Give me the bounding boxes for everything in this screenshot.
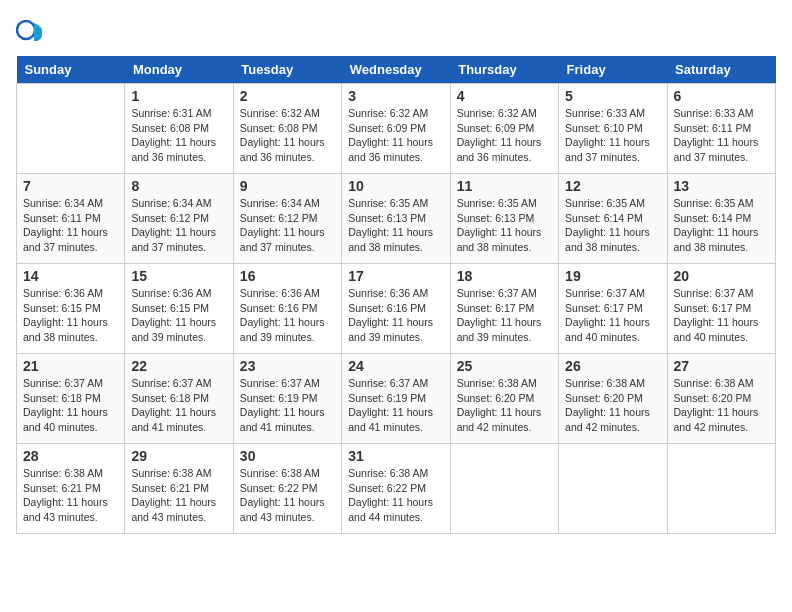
cell-content: Sunrise: 6:35 AMSunset: 6:13 PMDaylight:… <box>348 196 443 255</box>
day-number: 23 <box>240 358 335 374</box>
cell-content: Sunrise: 6:37 AMSunset: 6:18 PMDaylight:… <box>131 376 226 435</box>
calendar-cell: 11Sunrise: 6:35 AMSunset: 6:13 PMDayligh… <box>450 174 558 264</box>
calendar-cell: 27Sunrise: 6:38 AMSunset: 6:20 PMDayligh… <box>667 354 775 444</box>
day-number: 6 <box>674 88 769 104</box>
calendar-cell: 20Sunrise: 6:37 AMSunset: 6:17 PMDayligh… <box>667 264 775 354</box>
cell-content: Sunrise: 6:37 AMSunset: 6:19 PMDaylight:… <box>240 376 335 435</box>
calendar-cell <box>559 444 667 534</box>
calendar-cell: 16Sunrise: 6:36 AMSunset: 6:16 PMDayligh… <box>233 264 341 354</box>
header-tuesday: Tuesday <box>233 56 341 84</box>
calendar-cell: 22Sunrise: 6:37 AMSunset: 6:18 PMDayligh… <box>125 354 233 444</box>
calendar-header-row: SundayMondayTuesdayWednesdayThursdayFrid… <box>17 56 776 84</box>
calendar-cell: 12Sunrise: 6:35 AMSunset: 6:14 PMDayligh… <box>559 174 667 264</box>
day-number: 29 <box>131 448 226 464</box>
day-number: 30 <box>240 448 335 464</box>
calendar-week-row: 7Sunrise: 6:34 AMSunset: 6:11 PMDaylight… <box>17 174 776 264</box>
calendar-week-row: 1Sunrise: 6:31 AMSunset: 6:08 PMDaylight… <box>17 84 776 174</box>
header-wednesday: Wednesday <box>342 56 450 84</box>
cell-content: Sunrise: 6:36 AMSunset: 6:15 PMDaylight:… <box>131 286 226 345</box>
calendar-cell: 6Sunrise: 6:33 AMSunset: 6:11 PMDaylight… <box>667 84 775 174</box>
day-number: 25 <box>457 358 552 374</box>
cell-content: Sunrise: 6:32 AMSunset: 6:08 PMDaylight:… <box>240 106 335 165</box>
cell-content: Sunrise: 6:36 AMSunset: 6:16 PMDaylight:… <box>348 286 443 345</box>
calendar-cell: 8Sunrise: 6:34 AMSunset: 6:12 PMDaylight… <box>125 174 233 264</box>
calendar-cell: 9Sunrise: 6:34 AMSunset: 6:12 PMDaylight… <box>233 174 341 264</box>
day-number: 14 <box>23 268 118 284</box>
cell-content: Sunrise: 6:32 AMSunset: 6:09 PMDaylight:… <box>457 106 552 165</box>
calendar-cell <box>450 444 558 534</box>
day-number: 20 <box>674 268 769 284</box>
calendar-cell: 30Sunrise: 6:38 AMSunset: 6:22 PMDayligh… <box>233 444 341 534</box>
calendar-cell: 24Sunrise: 6:37 AMSunset: 6:19 PMDayligh… <box>342 354 450 444</box>
logo <box>16 16 48 44</box>
cell-content: Sunrise: 6:38 AMSunset: 6:20 PMDaylight:… <box>674 376 769 435</box>
calendar-cell: 29Sunrise: 6:38 AMSunset: 6:21 PMDayligh… <box>125 444 233 534</box>
cell-content: Sunrise: 6:38 AMSunset: 6:22 PMDaylight:… <box>348 466 443 525</box>
calendar-cell: 23Sunrise: 6:37 AMSunset: 6:19 PMDayligh… <box>233 354 341 444</box>
calendar-cell: 1Sunrise: 6:31 AMSunset: 6:08 PMDaylight… <box>125 84 233 174</box>
logo-icon <box>16 16 44 44</box>
day-number: 24 <box>348 358 443 374</box>
calendar-cell: 21Sunrise: 6:37 AMSunset: 6:18 PMDayligh… <box>17 354 125 444</box>
day-number: 10 <box>348 178 443 194</box>
calendar-cell: 13Sunrise: 6:35 AMSunset: 6:14 PMDayligh… <box>667 174 775 264</box>
calendar-cell: 28Sunrise: 6:38 AMSunset: 6:21 PMDayligh… <box>17 444 125 534</box>
day-number: 27 <box>674 358 769 374</box>
cell-content: Sunrise: 6:37 AMSunset: 6:17 PMDaylight:… <box>457 286 552 345</box>
cell-content: Sunrise: 6:37 AMSunset: 6:17 PMDaylight:… <box>565 286 660 345</box>
day-number: 3 <box>348 88 443 104</box>
calendar-cell: 14Sunrise: 6:36 AMSunset: 6:15 PMDayligh… <box>17 264 125 354</box>
cell-content: Sunrise: 6:38 AMSunset: 6:21 PMDaylight:… <box>23 466 118 525</box>
calendar-cell: 18Sunrise: 6:37 AMSunset: 6:17 PMDayligh… <box>450 264 558 354</box>
calendar-cell: 5Sunrise: 6:33 AMSunset: 6:10 PMDaylight… <box>559 84 667 174</box>
calendar-cell: 2Sunrise: 6:32 AMSunset: 6:08 PMDaylight… <box>233 84 341 174</box>
cell-content: Sunrise: 6:38 AMSunset: 6:20 PMDaylight:… <box>565 376 660 435</box>
day-number: 17 <box>348 268 443 284</box>
day-number: 9 <box>240 178 335 194</box>
calendar-cell: 31Sunrise: 6:38 AMSunset: 6:22 PMDayligh… <box>342 444 450 534</box>
day-number: 4 <box>457 88 552 104</box>
cell-content: Sunrise: 6:34 AMSunset: 6:12 PMDaylight:… <box>240 196 335 255</box>
cell-content: Sunrise: 6:35 AMSunset: 6:14 PMDaylight:… <box>565 196 660 255</box>
header-monday: Monday <box>125 56 233 84</box>
day-number: 12 <box>565 178 660 194</box>
calendar-cell: 26Sunrise: 6:38 AMSunset: 6:20 PMDayligh… <box>559 354 667 444</box>
calendar-cell: 25Sunrise: 6:38 AMSunset: 6:20 PMDayligh… <box>450 354 558 444</box>
cell-content: Sunrise: 6:34 AMSunset: 6:12 PMDaylight:… <box>131 196 226 255</box>
calendar-table: SundayMondayTuesdayWednesdayThursdayFrid… <box>16 56 776 534</box>
day-number: 7 <box>23 178 118 194</box>
day-number: 11 <box>457 178 552 194</box>
page-header <box>16 16 776 44</box>
calendar-week-row: 21Sunrise: 6:37 AMSunset: 6:18 PMDayligh… <box>17 354 776 444</box>
cell-content: Sunrise: 6:37 AMSunset: 6:18 PMDaylight:… <box>23 376 118 435</box>
calendar-cell: 10Sunrise: 6:35 AMSunset: 6:13 PMDayligh… <box>342 174 450 264</box>
day-number: 8 <box>131 178 226 194</box>
day-number: 28 <box>23 448 118 464</box>
calendar-cell: 17Sunrise: 6:36 AMSunset: 6:16 PMDayligh… <box>342 264 450 354</box>
header-thursday: Thursday <box>450 56 558 84</box>
cell-content: Sunrise: 6:37 AMSunset: 6:17 PMDaylight:… <box>674 286 769 345</box>
day-number: 18 <box>457 268 552 284</box>
day-number: 16 <box>240 268 335 284</box>
calendar-week-row: 28Sunrise: 6:38 AMSunset: 6:21 PMDayligh… <box>17 444 776 534</box>
cell-content: Sunrise: 6:33 AMSunset: 6:11 PMDaylight:… <box>674 106 769 165</box>
cell-content: Sunrise: 6:32 AMSunset: 6:09 PMDaylight:… <box>348 106 443 165</box>
svg-point-0 <box>17 21 35 39</box>
header-sunday: Sunday <box>17 56 125 84</box>
calendar-cell <box>667 444 775 534</box>
cell-content: Sunrise: 6:35 AMSunset: 6:13 PMDaylight:… <box>457 196 552 255</box>
day-number: 13 <box>674 178 769 194</box>
cell-content: Sunrise: 6:38 AMSunset: 6:22 PMDaylight:… <box>240 466 335 525</box>
day-number: 2 <box>240 88 335 104</box>
calendar-cell: 3Sunrise: 6:32 AMSunset: 6:09 PMDaylight… <box>342 84 450 174</box>
calendar-cell <box>17 84 125 174</box>
header-saturday: Saturday <box>667 56 775 84</box>
day-number: 22 <box>131 358 226 374</box>
day-number: 15 <box>131 268 226 284</box>
cell-content: Sunrise: 6:34 AMSunset: 6:11 PMDaylight:… <box>23 196 118 255</box>
cell-content: Sunrise: 6:38 AMSunset: 6:20 PMDaylight:… <box>457 376 552 435</box>
cell-content: Sunrise: 6:35 AMSunset: 6:14 PMDaylight:… <box>674 196 769 255</box>
cell-content: Sunrise: 6:37 AMSunset: 6:19 PMDaylight:… <box>348 376 443 435</box>
cell-content: Sunrise: 6:38 AMSunset: 6:21 PMDaylight:… <box>131 466 226 525</box>
cell-content: Sunrise: 6:36 AMSunset: 6:15 PMDaylight:… <box>23 286 118 345</box>
